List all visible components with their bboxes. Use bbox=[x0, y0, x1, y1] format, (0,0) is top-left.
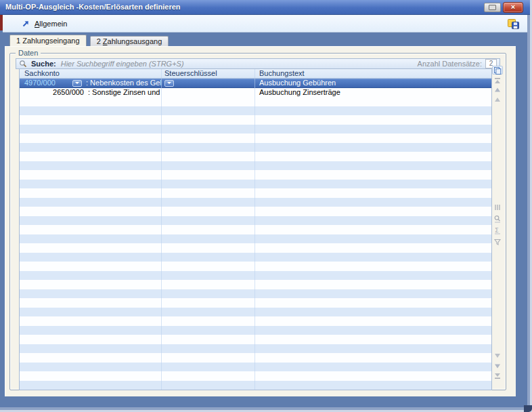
cell-buchungstext bbox=[255, 188, 491, 198]
table-row-empty[interactable] bbox=[20, 170, 491, 180]
table-row-empty[interactable] bbox=[20, 280, 491, 289]
table-row-empty[interactable] bbox=[20, 133, 491, 143]
record-count-label: Anzahl Datensätze: bbox=[418, 60, 482, 68]
grid-body: 4970/000: Nebenkosten des GeldvAusbuchun… bbox=[20, 79, 491, 390]
search-grid-icon[interactable] bbox=[492, 214, 503, 223]
tab-zahlungsausgang[interactable]: 2 Zahlungsausgang bbox=[90, 36, 169, 46]
table-row-empty[interactable] bbox=[20, 207, 491, 216]
table-row-empty[interactable] bbox=[20, 216, 491, 226]
column-width-icon[interactable] bbox=[492, 203, 503, 211]
cell-sachkonto bbox=[20, 353, 162, 363]
close-icon: × bbox=[511, 3, 515, 11]
cell-buchungstext bbox=[255, 371, 491, 381]
table-row[interactable]: 2650/000: Sonstige Zinsen und äAusbuchun… bbox=[20, 88, 491, 98]
column-header-sachkonto[interactable]: Sachkonto bbox=[20, 69, 162, 78]
move-up-icon[interactable] bbox=[492, 85, 503, 94]
cell-steuerschluessel bbox=[162, 106, 255, 116]
cell-buchungstext bbox=[255, 308, 491, 317]
table-row-empty[interactable] bbox=[20, 115, 491, 125]
cell-sachkonto bbox=[20, 207, 162, 216]
cell-sachkonto bbox=[20, 289, 162, 299]
restore-button[interactable] bbox=[484, 3, 501, 12]
table-row[interactable]: 4970/000: Nebenkosten des GeldvAusbuchun… bbox=[20, 79, 491, 88]
table-row-empty[interactable] bbox=[20, 363, 491, 372]
cell-steuerschluessel bbox=[162, 133, 255, 143]
resize-grip[interactable] bbox=[524, 405, 532, 412]
search-input[interactable]: Suche: Hier Suchbegriff eingeben (STRG+S… bbox=[16, 58, 500, 69]
cell-sachkonto bbox=[20, 344, 162, 354]
title-bar[interactable]: Multi-OP-Ausgleich -Kosten/Erlösarten de… bbox=[0, 0, 532, 15]
copy-icon[interactable] bbox=[492, 66, 503, 75]
close-button[interactable]: × bbox=[503, 2, 523, 13]
arrow-down-icon[interactable] bbox=[492, 351, 503, 360]
table-row-empty[interactable] bbox=[20, 271, 491, 281]
cell-sachkonto bbox=[20, 363, 162, 372]
column-header-steuerschluessel[interactable]: Steuerschlüssel bbox=[162, 69, 255, 78]
cell-sachkonto bbox=[20, 253, 162, 262]
cell-sachkonto bbox=[20, 161, 162, 171]
scroll-top-icon[interactable] bbox=[492, 76, 503, 85]
table-row-empty[interactable] bbox=[20, 326, 491, 335]
dropdown-button[interactable] bbox=[164, 80, 174, 87]
cell-buchungstext bbox=[255, 133, 491, 143]
scroll-bottom-icon[interactable] bbox=[492, 371, 503, 380]
table-row-empty[interactable] bbox=[20, 308, 491, 317]
cell-steuerschluessel bbox=[162, 371, 255, 381]
table-row-empty[interactable] bbox=[20, 262, 491, 271]
cell-steuerschluessel bbox=[162, 216, 255, 226]
cell-buchungstext bbox=[255, 271, 491, 281]
table-row-empty[interactable] bbox=[20, 106, 491, 116]
table-row-empty[interactable] bbox=[20, 188, 491, 198]
window-border[interactable] bbox=[0, 407, 530, 410]
cell-steuerschluessel bbox=[162, 188, 255, 198]
cell-sachkonto bbox=[20, 125, 162, 134]
table-row-empty[interactable] bbox=[20, 344, 491, 354]
table-row-empty[interactable] bbox=[20, 253, 491, 262]
save-button[interactable] bbox=[507, 18, 520, 30]
table-row-empty[interactable] bbox=[20, 371, 491, 381]
cell-sachkonto bbox=[20, 335, 162, 344]
chevron-down-icon bbox=[75, 82, 79, 84]
table-row-empty[interactable] bbox=[20, 234, 491, 244]
sum-icon[interactable]: Σ bbox=[492, 226, 503, 234]
table-row-empty[interactable] bbox=[20, 143, 491, 152]
cell-sachkonto bbox=[20, 326, 162, 335]
group-label: Daten bbox=[16, 49, 41, 57]
cell-steuerschluessel bbox=[162, 326, 255, 335]
table-row-empty[interactable] bbox=[20, 316, 491, 326]
cell-sachkonto bbox=[20, 143, 162, 152]
menu-item-allgemein[interactable]: Allgemein bbox=[22, 15, 67, 33]
dropdown-button[interactable] bbox=[72, 80, 82, 87]
table-row-empty[interactable] bbox=[20, 243, 491, 253]
cell-buchungstext bbox=[255, 97, 491, 106]
window-border[interactable] bbox=[527, 15, 530, 410]
table-row-empty[interactable] bbox=[20, 335, 491, 344]
table-row-empty[interactable] bbox=[20, 97, 491, 106]
column-header-buchungstext[interactable]: Buchungstext bbox=[255, 69, 491, 78]
filter-icon[interactable] bbox=[492, 237, 503, 246]
cell-steuerschluessel bbox=[162, 198, 255, 207]
table-row-empty[interactable] bbox=[20, 198, 491, 207]
table-row-empty[interactable] bbox=[20, 353, 491, 363]
cell-steuerschluessel bbox=[162, 253, 255, 262]
arrow-up-icon[interactable] bbox=[492, 95, 503, 104]
cell-sachkonto bbox=[20, 280, 162, 289]
move-down-icon[interactable] bbox=[492, 361, 503, 370]
menu-label: Allgemein bbox=[35, 20, 67, 28]
cell-sachkonto bbox=[20, 371, 162, 381]
cell-buchungstext bbox=[255, 335, 491, 344]
table-row-empty[interactable] bbox=[20, 289, 491, 299]
cell-sachkonto bbox=[20, 106, 162, 116]
table-row-empty[interactable] bbox=[20, 225, 491, 234]
cell-sachkonto bbox=[20, 133, 162, 143]
tab-zahlungseingang[interactable]: 1 Zahlungseingang bbox=[9, 35, 87, 46]
restore-icon bbox=[489, 5, 496, 10]
table-row-empty[interactable] bbox=[20, 298, 491, 308]
table-row-empty[interactable] bbox=[20, 152, 491, 161]
cell-buchungstext bbox=[255, 170, 491, 180]
table-row-empty[interactable] bbox=[20, 125, 491, 134]
table-row-empty[interactable] bbox=[20, 381, 491, 390]
table-row-empty[interactable] bbox=[20, 161, 491, 171]
table-row-empty[interactable] bbox=[20, 180, 491, 189]
cell-steuerschluessel bbox=[162, 170, 255, 180]
